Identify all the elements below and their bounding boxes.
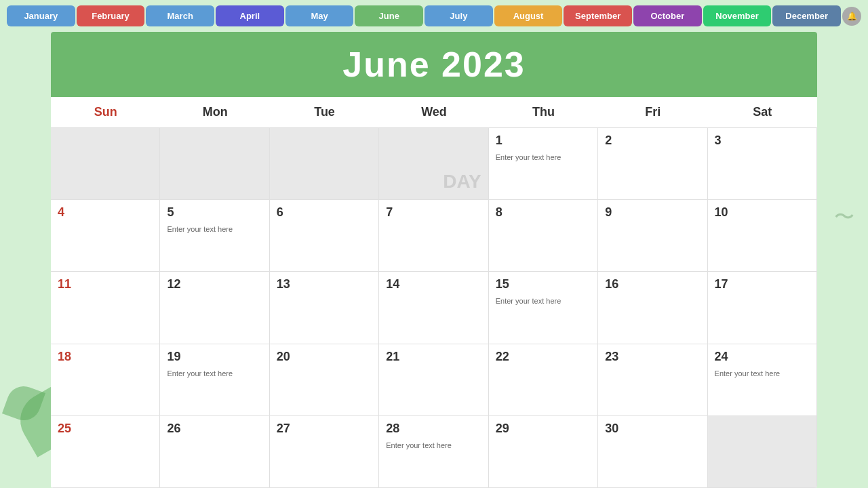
calendar-cell: 27 [270, 416, 379, 488]
calendar-cell: 30 [598, 416, 707, 488]
calendar-cell: 23 [598, 344, 707, 416]
cell-date: 23 [605, 350, 700, 364]
day-headers: SunMonTueWedThuFriSat [51, 97, 817, 128]
calendar-cell: 3 [708, 128, 817, 200]
cell-date: 2 [605, 134, 700, 148]
month-tab-october[interactable]: October [633, 5, 702, 26]
month-tab-may[interactable]: May [285, 5, 354, 26]
day-header-wed: Wed [379, 97, 488, 127]
cell-note: Enter your text here [167, 369, 233, 378]
month-navigation: JanuaryFebruaryMarchAprilMayJuneJulyAugu… [0, 0, 868, 32]
calendar-cell: 25 [51, 416, 160, 488]
bell-icon[interactable]: 🔔 [842, 7, 861, 26]
cell-note: Enter your text here [715, 369, 781, 378]
day-header-fri: Fri [598, 97, 707, 127]
calendar-cell: 8 [489, 200, 598, 272]
cell-date: 14 [386, 277, 481, 291]
cell-date: 18 [58, 350, 153, 364]
calendar-cell[interactable]: 15Enter your text here [489, 272, 598, 344]
cell-date: 13 [277, 277, 372, 291]
day-header-mon: Mon [160, 97, 269, 127]
cell-date: 25 [58, 422, 153, 436]
month-tab-march[interactable]: March [146, 5, 214, 26]
calendar-cell: 17 [708, 272, 817, 344]
calendar-container: June 2023 SunMonTueWedThuFriSat DAY1Ente… [51, 32, 817, 488]
cell-date: 16 [605, 277, 700, 291]
month-tab-april[interactable]: April [216, 5, 284, 26]
cell-date: 6 [277, 205, 372, 220]
calendar-cell[interactable]: 24Enter your text here [708, 344, 817, 416]
calendar-cell: 13 [270, 272, 379, 344]
calendar-cell: 18 [51, 344, 160, 416]
cell-date: 11 [58, 277, 153, 291]
calendar-cell: 21 [379, 344, 488, 416]
cell-date: 12 [167, 277, 262, 291]
cell-date: 28 [386, 422, 481, 436]
cell-date: 8 [496, 205, 591, 220]
calendar-cell [160, 128, 269, 200]
day-watermark: DAY [443, 171, 481, 192]
calendar-cell: 26 [160, 416, 269, 488]
calendar-cell [51, 128, 160, 200]
cell-date: 7 [386, 205, 481, 220]
cell-date: 30 [605, 422, 700, 436]
month-tab-july[interactable]: July [425, 5, 493, 26]
cell-date: 27 [277, 422, 372, 436]
month-tab-january[interactable]: January [7, 5, 75, 26]
calendar-cell: 6 [270, 200, 379, 272]
day-header-sun: Sun [51, 97, 160, 127]
calendar-cell: 22 [489, 344, 598, 416]
calendar-cell: 12 [160, 272, 269, 344]
calendar-cell[interactable]: 5Enter your text here [160, 200, 269, 272]
cell-date: 15 [496, 277, 591, 291]
calendar-cell[interactable]: 19Enter your text here [160, 344, 269, 416]
calendar-cell [708, 416, 817, 488]
calendar-cell: 4 [51, 200, 160, 272]
calendar-cell [270, 128, 379, 200]
month-tab-december[interactable]: December [772, 5, 841, 26]
month-tab-february[interactable]: February [77, 5, 145, 26]
calendar-cell: 2 [598, 128, 707, 200]
calendar-header: June 2023 [51, 32, 817, 97]
cell-date: 26 [167, 422, 262, 436]
calendar-cell[interactable]: 28Enter your text here [379, 416, 488, 488]
cell-date: 29 [496, 422, 591, 436]
cell-date: 5 [167, 205, 262, 220]
cell-note: Enter your text here [386, 441, 452, 449]
cell-date: 21 [386, 350, 481, 364]
cell-date: 1 [496, 134, 591, 148]
calendar-cell[interactable]: DAY [379, 128, 488, 200]
calendar-cell: 14 [379, 272, 488, 344]
cell-note: Enter your text here [167, 225, 233, 233]
calendar-cell: 29 [489, 416, 598, 488]
day-header-tue: Tue [270, 97, 379, 127]
cell-date: 20 [277, 350, 372, 364]
calendar-cell: 10 [708, 200, 817, 272]
cell-note: Enter your text here [496, 153, 561, 161]
cell-date: 22 [496, 350, 591, 364]
cell-date: 9 [605, 205, 700, 220]
calendar-cell[interactable]: 1Enter your text here [489, 128, 598, 200]
calendar-cell: 11 [51, 272, 160, 344]
cell-note: Enter your text here [496, 297, 561, 305]
calendar-title: June 2023 [63, 44, 805, 85]
calendar-cell: 7 [379, 200, 488, 272]
cell-date: 19 [167, 350, 262, 364]
calendar-cell: 9 [598, 200, 707, 272]
calendar-grid: DAY1Enter your text here2345Enter your t… [51, 128, 817, 488]
day-header-thu: Thu [489, 97, 598, 127]
month-tab-june[interactable]: June [355, 5, 423, 26]
cell-date: 17 [715, 277, 810, 291]
calendar-cell: 20 [270, 344, 379, 416]
cell-date: 3 [715, 134, 810, 148]
month-tab-august[interactable]: August [494, 5, 563, 26]
month-tab-september[interactable]: September [564, 5, 632, 26]
calendar-cell: 16 [598, 272, 707, 344]
cell-date: 4 [58, 205, 153, 220]
cell-date: 24 [715, 350, 810, 364]
cell-date: 10 [715, 205, 810, 220]
month-tab-november[interactable]: November [703, 5, 772, 26]
day-header-sat: Sat [708, 97, 817, 127]
